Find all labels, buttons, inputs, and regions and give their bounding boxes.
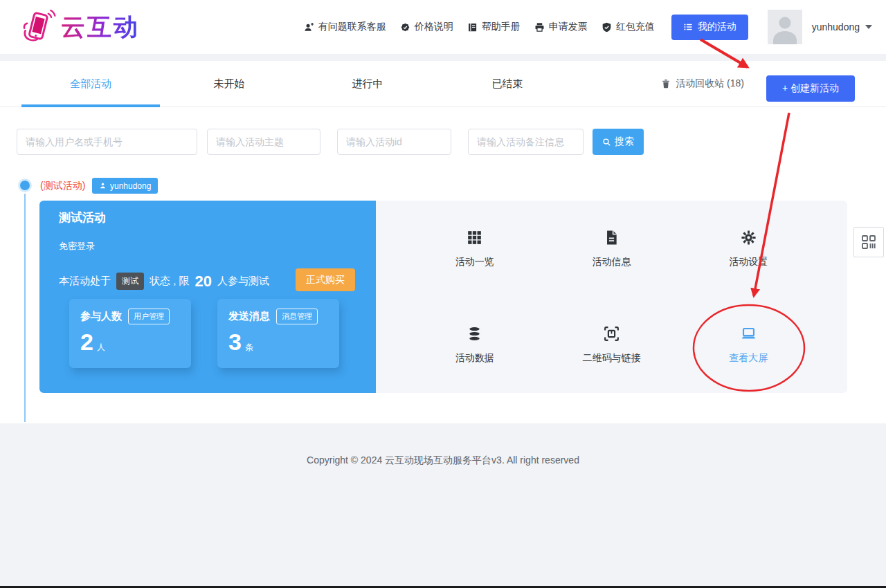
activity-card: 测试活动 免密登录 本活动处于 测试 状态 , 限 20 人参与测试 正式购买 … [39,201,847,393]
action-label: 活动信息 [592,256,631,268]
nav-label: 申请发票 [549,21,588,33]
search-button-label: 搜索 [615,136,634,148]
qr-launcher-button[interactable] [853,227,884,257]
document-icon [604,230,620,246]
copyright-text: Copyright © 2024 云互动现场互动服务平台v3. All righ… [0,454,886,467]
activity-list-label: (测试活动) [40,180,85,192]
nav-request-invoice[interactable]: 申请发票 [534,21,588,33]
messages-count: 3 [228,330,242,353]
action-label: 查看大屏 [729,352,768,365]
search-button[interactable]: 搜索 [593,129,644,155]
footer: Copyright © 2024 云互动现场互动服务平台v3. All righ… [0,423,886,586]
activity-login-mode: 免密登录 [59,240,95,252]
participants-count: 2 [80,330,93,353]
logo[interactable]: 云互动 [18,8,140,46]
participants-label: 参与人数 [80,310,122,323]
person-icon [99,182,107,190]
nav-pricing[interactable]: 价格说明 [400,21,453,33]
nav-contact-support[interactable]: 有问题联系客服 [304,21,386,33]
nav-label: 有问题联系客服 [318,21,386,33]
search-activity-id-input[interactable] [337,129,451,155]
recycle-bin-link[interactable]: 活动回收站 (18) [661,61,744,107]
participants-stat-box: 参与人数 用户管理 2 人 [69,299,191,368]
tab-all-activities[interactable]: 全部活动 [21,61,160,107]
owner-tag-label: yunhudong [110,181,151,191]
tab-in-progress[interactable]: 进行中 [298,61,437,107]
messages-label: 发送消息 [228,310,270,323]
monitor-icon [741,326,757,342]
action-label: 二维码与链接 [582,352,640,365]
action-activity-info[interactable]: 活动信息 [543,201,680,297]
nav-help-manual[interactable]: 帮助手册 [467,21,521,33]
action-activity-data[interactable]: 活动数据 [406,297,543,393]
recycle-bin-label: 活动回收站 (18) [676,77,744,90]
action-label: 活动一览 [455,256,494,268]
book-icon [467,22,478,33]
database-icon [467,326,482,342]
shield-check-icon [602,22,612,33]
nav-label: 价格说明 [415,21,453,33]
gear-icon [741,230,757,246]
avatar[interactable] [768,10,802,44]
user-management-button[interactable]: 用户管理 [128,309,170,324]
list-icon [683,22,693,32]
my-activities-button[interactable]: 我的活动 [671,15,748,40]
messages-unit: 条 [245,342,253,353]
search-icon [602,138,611,147]
search-remark-input[interactable] [468,129,584,155]
nav-label: 红包充值 [616,21,655,33]
participants-unit: 人 [97,342,105,353]
tab-not-started[interactable]: 未开始 [160,61,298,107]
search-username-input[interactable] [17,129,197,155]
action-qrcode-links[interactable]: 二维码与链接 [543,297,680,393]
messages-stat-box: 发送消息 消息管理 3 条 [217,299,339,368]
main-panel: 全部活动 未开始 进行中 已结束 活动回收站 (18) + 创建新活动 搜索 (… [0,61,886,423]
qr-code-icon [860,234,877,250]
action-view-big-screen[interactable]: 查看大屏 [680,297,817,393]
action-label: 活动数据 [455,352,494,365]
price-badge-icon [400,22,410,33]
nav-label: 帮助手册 [482,21,521,33]
chevron-down-icon [865,25,872,29]
status-badge: 测试 [116,273,144,290]
status-suffix: 人参与测试 [217,275,269,288]
activity-card-summary: 测试活动 免密登录 本活动处于 测试 状态 , 限 20 人参与测试 正式购买 … [39,201,376,393]
message-management-button[interactable]: 消息管理 [276,309,318,324]
username: yunhudong [812,21,860,33]
qrcode-icon [604,326,620,342]
trash-icon [661,79,671,89]
tab-ended[interactable]: 已结束 [438,61,577,107]
create-activity-button[interactable]: + 创建新活动 [766,75,855,102]
action-activity-settings[interactable]: 活动设置 [680,201,817,297]
activity-status-row: 本活动处于 测试 状态 , 限 20 人参与测试 [59,270,269,293]
status-limit: 20 [195,273,212,291]
timeline-bullet [20,181,30,190]
status-middle: 状态 , 限 [150,275,190,288]
tab-bar: 全部活动 未开始 进行中 已结束 活动回收站 (18) + 创建新活动 [0,61,886,107]
action-label: 活动设置 [729,256,768,268]
search-topic-input[interactable] [207,129,320,155]
user-menu[interactable]: yunhudong [812,21,872,33]
logo-text: 云互动 [61,11,140,44]
nav-redpacket-recharge[interactable]: 红包充值 [602,21,655,33]
activity-actions-grid: 活动一览 活动信息 活动设置 活动数据 [376,201,847,393]
purchase-button[interactable]: 正式购买 [296,268,355,291]
action-activity-overview[interactable]: 活动一览 [406,201,543,297]
grid-icon [467,230,482,246]
header: 云互动 有问题联系客服 价格说明 帮助手册 申请发票 红包充值 我 [0,0,886,54]
phone-hand-logo-icon [18,8,57,46]
activity-title: 测试活动 [59,210,106,226]
owner-tag: yunhudong [92,178,158,194]
my-activities-label: 我的活动 [698,21,736,33]
printer-icon [534,22,545,33]
timeline-line [24,194,26,422]
status-prefix: 本活动处于 [59,275,111,288]
person-add-icon [304,22,314,33]
